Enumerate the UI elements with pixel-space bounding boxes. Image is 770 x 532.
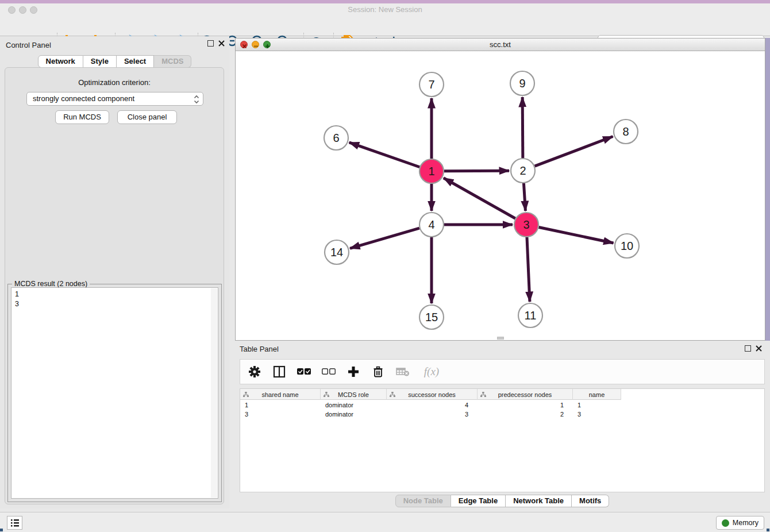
graph-node-label: 15 <box>425 311 438 323</box>
tab-network[interactable]: Network <box>38 55 83 68</box>
mcds-result-list[interactable]: 13 <box>11 287 218 499</box>
function-builder-icon: f(x) <box>420 364 443 379</box>
network-view-window: scc.txt 7968124314101511 <box>235 38 765 341</box>
table-row[interactable]: 3dominator323 <box>240 410 621 419</box>
tab-edge-table[interactable]: Edge Table <box>451 495 506 507</box>
table-panel: Table Panel <box>234 342 770 510</box>
mcds-tab-content: Optimization criterion: strongly connect… <box>5 67 224 504</box>
tab-node-table[interactable]: Node Table <box>395 495 451 507</box>
network-window-titlebar[interactable]: scc.txt <box>236 38 765 51</box>
tab-select[interactable]: Select <box>117 55 154 68</box>
select-all-columns-icon[interactable] <box>297 364 311 379</box>
tab-mcds[interactable]: MCDS <box>154 55 191 68</box>
resize-grip[interactable] <box>767 529 769 531</box>
delete-column-icon[interactable] <box>371 364 386 379</box>
status-bar: Memory <box>0 512 770 532</box>
create-column-icon[interactable] <box>346 364 361 379</box>
graph-node-label: 3 <box>523 218 529 231</box>
resize-grip <box>0 529 3 531</box>
window-frame-right <box>765 38 770 341</box>
float-table-panel-icon[interactable] <box>745 345 751 352</box>
float-panel-icon[interactable] <box>207 40 214 47</box>
control-panel-tabs: Network Style Select MCDS <box>0 55 229 68</box>
run-mcds-button[interactable]: Run MCDS <box>55 110 109 124</box>
column-header-name[interactable]: name <box>573 389 621 400</box>
list-icon <box>10 518 20 527</box>
graph-node-label: 11 <box>525 309 537 322</box>
tab-network-table[interactable]: Network Table <box>506 495 572 507</box>
graph-edge-4-14[interactable] <box>350 228 419 248</box>
main-toolbar <box>0 16 770 36</box>
result-line: 3 <box>15 299 214 309</box>
close-panel-icon[interactable] <box>218 40 225 47</box>
table-cell[interactable]: 1 <box>478 400 573 410</box>
window-title: Session: New Session <box>0 5 770 14</box>
tab-motifs[interactable]: Motifs <box>572 495 609 507</box>
network-graph[interactable]: 7968124314101511 <box>236 52 765 341</box>
graph-node-label: 6 <box>333 132 339 144</box>
table-toolbar: f(x) <box>240 359 765 384</box>
column-header-successor-nodes[interactable]: successor nodes <box>387 389 478 400</box>
mcds-result-group: MCDS result (2 nodes) 13 <box>7 284 222 502</box>
table-header-row: shared nameMCDS rolesuccessor nodesprede… <box>240 389 621 400</box>
table-cell[interactable]: 3 <box>387 410 478 419</box>
table-cell[interactable]: dominator <box>321 400 387 410</box>
control-panel: Control Panel Network Style Select MCDS … <box>0 36 229 508</box>
column-header-MCDS-role[interactable]: MCDS role <box>321 389 387 400</box>
node-table[interactable]: shared nameMCDS rolesuccessor nodesprede… <box>240 388 765 492</box>
graph-edge-2-8[interactable] <box>535 137 613 167</box>
graph-node-label: 1 <box>428 165 434 178</box>
graph-edge-3-11[interactable] <box>527 237 530 302</box>
titlebar: Session: New Session <box>0 3 770 16</box>
result-line: 1 <box>15 290 214 299</box>
graph-node-label: 8 <box>622 125 629 138</box>
tab-style[interactable]: Style <box>83 55 117 68</box>
graph-edge-2-3[interactable] <box>523 183 525 211</box>
task-history-button[interactable] <box>7 516 22 530</box>
application-window: Session: New Session <box>0 0 770 532</box>
graph-edge-1-2[interactable] <box>444 171 509 171</box>
column-header-predecessor-nodes[interactable]: predecessor nodes <box>478 389 573 400</box>
optimization-criterion-value: strongly connected component <box>33 94 134 103</box>
network-window-title: scc.txt <box>236 40 765 49</box>
mcds-result-title: MCDS result (2 nodes) <box>12 280 90 288</box>
close-table-panel-icon[interactable] <box>756 345 762 352</box>
table-cell[interactable]: 3 <box>240 410 321 419</box>
result-scrollbar[interactable] <box>211 288 217 498</box>
combo-stepper-icon <box>194 94 199 105</box>
table-cell[interactable]: 1 <box>240 400 321 410</box>
table-cell[interactable]: 1 <box>573 400 621 410</box>
destroy-table-icon <box>395 364 410 379</box>
memory-status-dot <box>722 519 729 527</box>
graph-node-label: 4 <box>428 218 434 231</box>
canvas-scroll-thumb[interactable] <box>497 337 504 340</box>
table-panel-title: Table Panel <box>240 345 279 353</box>
graph-node-label: 2 <box>519 164 526 177</box>
graph-edge-1-6[interactable] <box>349 142 420 167</box>
table-settings-gear-icon[interactable] <box>247 364 262 379</box>
graph-node-label: 7 <box>428 78 434 91</box>
close-panel-button[interactable]: Close panel <box>117 110 177 124</box>
graph-node-label: 10 <box>621 240 633 252</box>
optimization-criterion-label: Optimization criterion: <box>5 78 224 87</box>
graph-edge-3-1[interactable] <box>444 178 515 218</box>
memory-label: Memory <box>733 519 759 527</box>
memory-button[interactable]: Memory <box>716 516 764 530</box>
graph-node-label: 14 <box>330 246 343 259</box>
show-columns-icon[interactable] <box>272 364 287 379</box>
table-cell[interactable]: 3 <box>573 410 621 419</box>
table-cell[interactable]: 4 <box>387 400 478 410</box>
network-canvas[interactable]: 7968124314101511 <box>236 52 765 340</box>
table-tabs: Node Table Edge Table Network Table Moti… <box>234 495 770 507</box>
graph-edge-2-9[interactable] <box>522 97 523 158</box>
optimization-criterion-select[interactable]: strongly connected component <box>26 92 203 106</box>
table-row[interactable]: 1dominator411 <box>240 400 621 410</box>
unselect-all-columns-icon[interactable] <box>321 364 336 379</box>
table-cell[interactable]: dominator <box>321 410 387 419</box>
graph-edge-3-10[interactable] <box>539 228 614 243</box>
control-panel-title: Control Panel <box>6 41 51 49</box>
column-header-shared-name[interactable]: shared name <box>240 389 321 400</box>
table-cell[interactable]: 2 <box>478 410 573 419</box>
graph-node-label: 9 <box>519 77 525 90</box>
